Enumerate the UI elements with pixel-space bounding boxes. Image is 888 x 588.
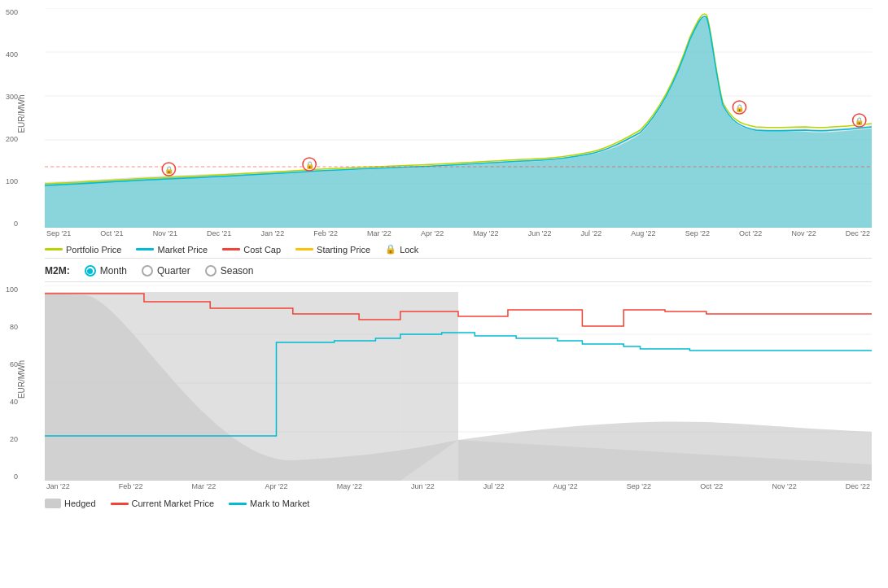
bottom-y-axis-label: EUR/MWh	[17, 360, 26, 399]
x-tick: May '22	[337, 482, 362, 490]
legend-mark-to-market-icon	[229, 503, 247, 505]
bottom-y-axis-left: 100 80 60 40 20 0	[6, 285, 18, 481]
bottom-legend: Hedged Current Market Price Mark to Mark…	[45, 495, 872, 510]
y-tick: 200	[6, 135, 18, 143]
m2m-season-radio[interactable]	[205, 265, 217, 277]
y-tick: 40	[6, 398, 18, 406]
bottom-chart-area	[45, 285, 872, 481]
m2m-season-label: Season	[221, 265, 254, 277]
main-container: EUR/MWh 500 400 300 200 100 0	[0, 0, 888, 588]
x-tick: Nov '22	[791, 229, 816, 237]
x-tick: May '22	[473, 229, 498, 237]
bottom-chart-section: EUR/MWh 100 80 60 40 20 0 100% 75% 50% 2…	[45, 285, 872, 490]
x-tick: Nov '21	[153, 229, 177, 237]
legend-market-price-label: Market Price	[157, 245, 208, 255]
legend-mark-to-market-label: Mark to Market	[250, 499, 309, 508]
top-chart-svg: 🔒 🔒 🔒 🔒	[45, 8, 872, 228]
m2m-month-radio[interactable]	[85, 265, 96, 277]
x-tick: Mar '22	[192, 482, 217, 490]
x-tick: Feb '22	[119, 482, 143, 490]
bottom-chart-svg	[45, 285, 872, 481]
y-tick: 100	[6, 177, 18, 185]
x-tick: Sep '21	[46, 229, 71, 237]
y-tick: 100	[6, 285, 18, 294]
y-tick: 500	[6, 8, 18, 16]
svg-text:🔒: 🔒	[305, 160, 315, 170]
legend-mark-to-market: Mark to Market	[229, 499, 309, 508]
y-tick: 20	[6, 435, 18, 443]
x-tick: Jul '22	[581, 229, 602, 237]
legend-current-market-price-icon	[111, 503, 129, 505]
x-tick: Jun '22	[528, 229, 552, 237]
x-tick: Oct '22	[739, 229, 762, 237]
m2m-row: M2M: Month Quarter Season	[45, 260, 872, 280]
x-tick: Oct '22	[700, 482, 723, 490]
legend-starting-price-icon	[295, 248, 313, 250]
x-tick: Oct '21	[100, 229, 123, 237]
m2m-season[interactable]: Season	[205, 265, 254, 277]
top-chart-section: EUR/MWh 500 400 300 200 100 0	[45, 8, 872, 237]
m2m-quarter[interactable]: Quarter	[142, 265, 190, 277]
x-tick: Jul '22	[483, 482, 505, 490]
legend-hedged-label: Hedged	[64, 499, 96, 508]
x-tick: Apr '22	[265, 482, 287, 490]
legend-portfolio-price-label: Portfolio Price	[66, 245, 121, 255]
x-tick: Aug '22	[553, 482, 578, 490]
lock-icon: 🔒	[385, 244, 396, 255]
svg-text:🔒: 🔒	[164, 165, 174, 175]
section-divider-2	[45, 281, 872, 282]
svg-text:🔒: 🔒	[855, 116, 864, 126]
section-divider	[45, 258, 872, 259]
top-y-axis: 500 400 300 200 100 0	[6, 8, 18, 228]
top-y-axis-label: EUR/MWh	[17, 94, 26, 133]
m2m-quarter-label: Quarter	[157, 265, 190, 277]
legend-hedged-icon	[45, 499, 61, 508]
top-chart-area: 🔒 🔒 🔒 🔒	[45, 8, 872, 228]
legend-starting-price-label: Starting Price	[317, 245, 370, 255]
legend-cost-cap-label: Cost Cap	[243, 245, 281, 255]
y-tick: 60	[6, 360, 18, 368]
x-tick: Aug '22	[631, 229, 655, 237]
y-tick: 400	[6, 50, 18, 59]
x-tick: Nov '22	[772, 482, 796, 490]
top-legend: Portfolio Price Market Price Cost Cap St…	[45, 241, 872, 256]
top-x-axis: Sep '21 Oct '21 Nov '21 Dec '21 Jan '22 …	[45, 229, 872, 237]
svg-text:🔒: 🔒	[735, 103, 745, 113]
x-tick: Apr '22	[421, 229, 444, 237]
legend-starting-price: Starting Price	[295, 245, 370, 255]
x-tick: Feb '22	[313, 229, 338, 237]
legend-lock: 🔒 Lock	[385, 244, 418, 255]
m2m-month-label: Month	[100, 265, 127, 277]
x-tick: Dec '22	[846, 229, 870, 237]
legend-portfolio-price-icon	[45, 248, 63, 250]
x-tick: Jun '22	[411, 482, 435, 490]
legend-current-market-price: Current Market Price	[111, 499, 214, 508]
legend-cost-cap-icon	[222, 248, 240, 250]
m2m-month[interactable]: Month	[85, 265, 127, 277]
legend-portfolio-price: Portfolio Price	[45, 245, 121, 255]
x-tick: Dec '21	[207, 229, 231, 237]
m2m-label: M2M:	[45, 265, 70, 277]
y-tick: 80	[6, 323, 18, 331]
x-tick: Mar '22	[367, 229, 392, 237]
x-tick: Jan '22	[46, 482, 70, 490]
legend-lock-label: Lock	[400, 245, 418, 255]
y-tick: 0	[6, 473, 18, 481]
y-tick: 300	[6, 93, 18, 101]
legend-current-market-price-label: Current Market Price	[132, 499, 214, 508]
y-tick: 0	[6, 220, 18, 228]
bottom-x-axis: Jan '22 Feb '22 Mar '22 Apr '22 May '22 …	[45, 482, 872, 490]
legend-cost-cap: Cost Cap	[222, 245, 281, 255]
x-tick: Sep '22	[685, 229, 710, 237]
x-tick: Jan '22	[260, 229, 284, 237]
legend-market-price: Market Price	[136, 245, 208, 255]
x-tick: Dec '22	[846, 482, 870, 490]
x-tick: Sep '22	[627, 482, 651, 490]
legend-market-price-icon	[136, 248, 154, 250]
legend-hedged: Hedged	[45, 499, 96, 508]
m2m-quarter-radio[interactable]	[142, 265, 153, 277]
